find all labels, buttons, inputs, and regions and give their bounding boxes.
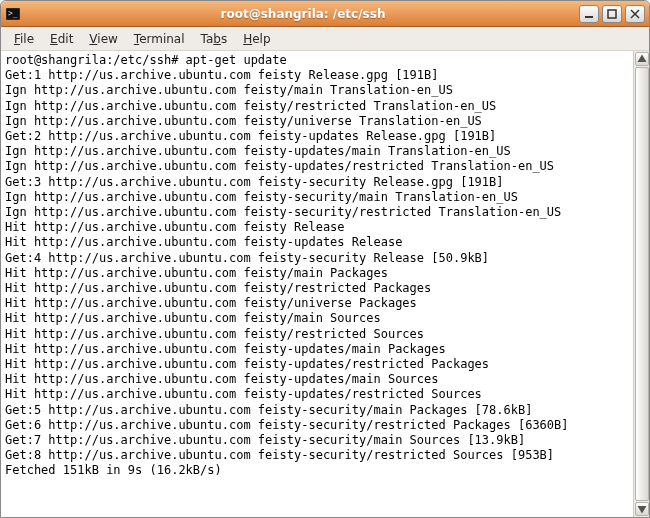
svg-marker-8 [637,506,646,514]
svg-rect-4 [608,10,616,18]
menu-file-rest: ile [20,32,34,46]
svg-text:>_: >_ [8,9,18,18]
scroll-track[interactable] [635,67,649,501]
scroll-thumb[interactable] [635,67,649,501]
maximize-button[interactable] [602,5,622,23]
window-controls [579,5,645,23]
terminal-wrap: root@shangrila:/etc/ssh# apt-get update … [1,51,649,517]
menubar: File Edit View Terminal Tabs Help [1,27,649,51]
minimize-button[interactable] [579,5,599,23]
titlebar[interactable]: >_ root@shangrila: /etc/ssh [1,1,649,27]
svg-marker-7 [637,55,646,63]
menu-help-mn: H [243,32,252,46]
scroll-up-button[interactable] [635,52,649,66]
menu-view[interactable]: View [82,30,124,48]
terminal-output[interactable]: root@shangrila:/etc/ssh# apt-get update … [1,51,633,517]
close-button[interactable] [625,5,645,23]
menu-tabs-pre: Ta [201,32,214,46]
scroll-down-button[interactable] [635,502,649,516]
menu-file[interactable]: File [7,30,41,48]
menu-tabs-mn: b [213,32,221,46]
menu-help-rest: elp [252,32,270,46]
terminal-icon: >_ [5,6,21,22]
menu-terminal[interactable]: Terminal [127,30,192,48]
scrollbar [633,51,649,517]
menu-help[interactable]: Help [236,30,277,48]
menu-edit[interactable]: Edit [43,30,80,48]
menu-tabs[interactable]: Tabs [194,30,235,48]
menu-tabs-rest: s [221,32,227,46]
menu-edit-rest: dit [58,32,74,46]
menu-edit-mn: E [50,32,58,46]
window-title: root@shangrila: /etc/ssh [27,7,579,21]
menu-view-rest: iew [97,32,118,46]
menu-terminal-rest: erminal [139,32,184,46]
